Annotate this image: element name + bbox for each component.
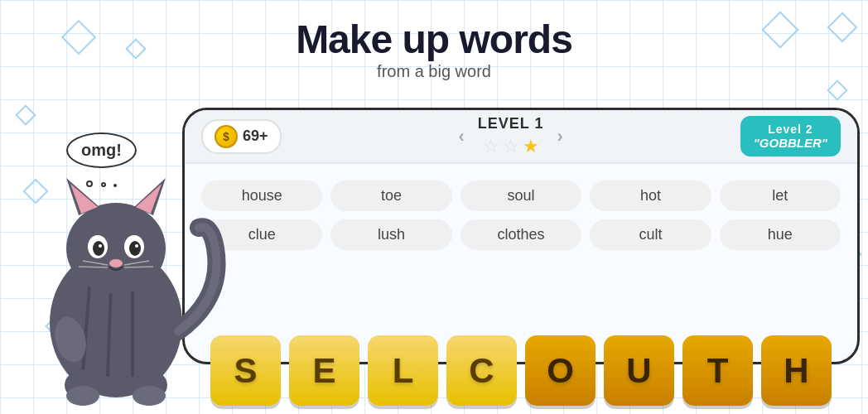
svg-point-13 xyxy=(99,244,102,248)
word-cell-hue[interactable]: hue xyxy=(720,219,841,250)
tile-C[interactable]: C xyxy=(446,335,517,406)
word-cell-soul[interactable]: soul xyxy=(461,181,581,211)
svg-line-19 xyxy=(124,267,153,267)
tiles-row: S E L C O U T H xyxy=(182,327,860,414)
bubble-dot-md xyxy=(101,182,106,187)
next-level-name: "GOBBLER" xyxy=(754,136,827,150)
star-3: ★ xyxy=(523,136,539,157)
main-title: Make up words xyxy=(0,17,868,62)
star-1: ☆ xyxy=(483,136,499,157)
bubble-dots xyxy=(84,172,118,191)
svg-point-23 xyxy=(133,386,166,406)
tile-T[interactable]: T xyxy=(682,335,753,406)
next-level-label: Level 2 xyxy=(754,123,827,136)
word-cell-lush[interactable]: lush xyxy=(330,219,451,250)
tile-S[interactable]: S xyxy=(210,335,281,406)
next-level-button[interactable]: › xyxy=(557,126,563,147)
svg-point-22 xyxy=(66,386,99,406)
tile-E[interactable]: E xyxy=(289,335,359,406)
word-cell-clothes[interactable]: clothes xyxy=(461,219,581,250)
level-navigation: ‹ LEVEL 1 ☆ ☆ ★ › xyxy=(458,115,562,157)
bubble-dot-lg xyxy=(86,181,93,187)
word-cell-cult[interactable]: cult xyxy=(590,219,711,250)
svg-point-14 xyxy=(135,244,138,248)
speech-text: omg! xyxy=(81,141,122,159)
svg-point-11 xyxy=(93,241,104,256)
level-label: LEVEL 1 xyxy=(478,115,544,132)
bubble-dot-sm xyxy=(113,184,117,187)
next-level-badge[interactable]: Level 2 "GOBBLER" xyxy=(740,116,841,156)
svg-point-12 xyxy=(129,241,141,256)
tile-H[interactable]: H xyxy=(761,335,832,406)
star-2: ☆ xyxy=(503,136,519,157)
game-topbar: $ 69+ ‹ LEVEL 1 ☆ ☆ ★ › Level 2 "GOBBLER… xyxy=(185,110,857,164)
prev-level-button[interactable]: ‹ xyxy=(458,126,464,147)
word-grid: house toe soul hot let clue lush clothes… xyxy=(185,164,857,267)
tile-L[interactable]: L xyxy=(368,335,438,406)
word-cell-toe[interactable]: toe xyxy=(330,181,451,211)
speech-bubble: omg! xyxy=(66,132,137,168)
stars-row: ☆ ☆ ★ xyxy=(483,136,539,157)
word-cell-hot[interactable]: hot xyxy=(590,181,711,211)
header: Make up words from a big word xyxy=(0,17,868,81)
tile-O[interactable]: O xyxy=(525,335,596,406)
game-area: $ 69+ ‹ LEVEL 1 ☆ ☆ ★ › Level 2 "GOBBLER… xyxy=(182,108,860,364)
svg-line-17 xyxy=(79,267,108,267)
svg-point-4 xyxy=(66,203,166,294)
svg-point-15 xyxy=(109,259,123,267)
word-cell-let[interactable]: let xyxy=(720,181,841,211)
main-subtitle: from a big word xyxy=(0,62,868,81)
tile-U[interactable]: U xyxy=(604,335,674,406)
level-info: LEVEL 1 ☆ ☆ ★ xyxy=(478,115,544,157)
